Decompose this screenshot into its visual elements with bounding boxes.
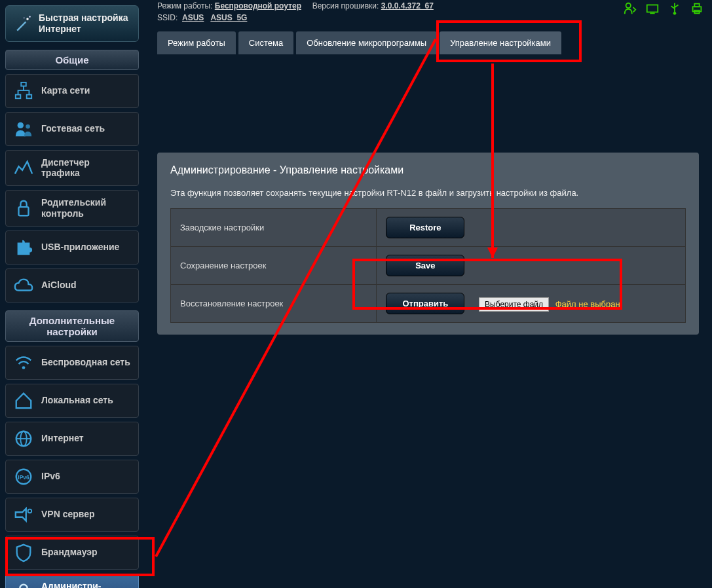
svg-point-7 — [26, 124, 30, 129]
file-status-text: Файл не выбран — [555, 299, 620, 309]
tab-opmode[interactable]: Режим работы — [157, 31, 236, 54]
status-line-1: Режим работы: Беспроводной роутер Версия… — [157, 0, 699, 12]
sidebar-item-lan[interactable]: Локальная сеть — [5, 384, 139, 418]
svg-point-16 — [20, 584, 27, 588]
sidebar-item-firewall[interactable]: Брандмауэр — [5, 536, 139, 570]
ipv6-icon: IPv6 — [14, 467, 33, 487]
choose-file-button[interactable]: Выберите файл — [479, 297, 549, 312]
svg-rect-8 — [19, 207, 29, 215]
sidebar-item-parental[interactable]: Родительский контроль — [5, 190, 139, 227]
network-icon — [14, 81, 33, 101]
quick-internet-setup[interactable]: Быстрая настройка Интернет — [5, 5, 139, 42]
shield-icon — [14, 543, 33, 562]
reboot-icon[interactable] — [645, 1, 660, 16]
svg-point-2 — [24, 17, 25, 18]
admin-icon — [14, 582, 33, 588]
sidebar-item-guestnet[interactable]: Гостевая сеть — [5, 112, 139, 146]
restore-button[interactable]: Restore — [386, 217, 464, 238]
save-button[interactable]: Save — [386, 255, 464, 276]
wand-icon — [14, 14, 32, 33]
content-desc: Эта функция позволяет сохранять текущие … — [170, 188, 686, 198]
tab-firmware[interactable]: Обновление микропрограммы — [296, 31, 437, 54]
svg-point-0 — [26, 18, 29, 20]
svg-text:IPv6: IPv6 — [18, 474, 29, 481]
guest-icon — [14, 119, 33, 139]
svg-rect-24 — [694, 4, 699, 7]
svg-point-1 — [29, 16, 31, 18]
sidebar-item-wan[interactable]: Интернет — [5, 422, 139, 456]
tab-system[interactable]: Система — [238, 31, 293, 54]
sidebar-item-traffic[interactable]: Диспетчер трафика — [5, 150, 139, 187]
puzzle-icon — [14, 238, 33, 257]
content-title: Администрирование - Управление настройка… — [170, 164, 686, 176]
row-restore-label: Восстановление настроек — [171, 285, 377, 323]
row-save-label: Сохранение настроек — [171, 247, 377, 285]
row-factory-label: Заводские настройки — [171, 209, 377, 247]
sidebar-item-ipv6[interactable]: IPv6 IPv6 — [5, 460, 139, 494]
globe-icon — [14, 429, 33, 449]
tab-settings-mgmt[interactable]: Управление настройками — [440, 31, 561, 54]
home-icon — [14, 391, 33, 411]
svg-point-15 — [28, 509, 32, 513]
svg-rect-19 — [647, 5, 658, 12]
status-fw-link[interactable]: 3.0.0.4.372_67 — [381, 1, 434, 10]
content-panel: Администрирование - Управление настройка… — [157, 153, 699, 335]
menu-header-advanced: Дополнительные настройки — [5, 310, 139, 342]
cloud-icon — [14, 276, 33, 295]
lock-icon — [14, 198, 33, 218]
status-opmode-link[interactable]: Беспроводной роутер — [215, 1, 301, 10]
menu-header-general: Общие — [5, 50, 139, 70]
status-ssid1-link[interactable]: ASUS — [182, 13, 204, 22]
sidebar-item-administration[interactable]: Администри-рование — [5, 574, 139, 588]
sidebar-item-networkmap[interactable]: Карта сети — [5, 74, 139, 108]
sidebar-item-wireless[interactable]: Беспроводная сеть — [5, 346, 139, 380]
upload-button[interactable]: Отправить — [386, 293, 464, 314]
status-line-2: SSID: ASUS ASUS_5G — [157, 12, 699, 24]
vpn-icon — [14, 505, 33, 524]
svg-rect-3 — [21, 82, 26, 86]
sidebar-item-vpn[interactable]: VPN сервер — [5, 498, 139, 532]
wifi-icon — [14, 353, 33, 373]
svg-point-18 — [626, 3, 631, 8]
svg-rect-4 — [16, 94, 21, 98]
logout-icon[interactable] — [623, 1, 637, 16]
svg-point-21 — [673, 12, 677, 15]
sidebar-item-aicloud[interactable]: AiCloud — [5, 268, 139, 303]
svg-point-9 — [22, 366, 26, 369]
svg-rect-5 — [27, 94, 32, 98]
status-ssid2-link[interactable]: ASUS_5G — [210, 13, 247, 22]
svg-point-6 — [18, 122, 24, 128]
sidebar-item-usb[interactable]: USB-приложение — [5, 230, 139, 265]
printer-icon[interactable] — [690, 1, 704, 16]
usb-icon[interactable] — [667, 1, 682, 16]
traffic-icon — [14, 158, 33, 177]
